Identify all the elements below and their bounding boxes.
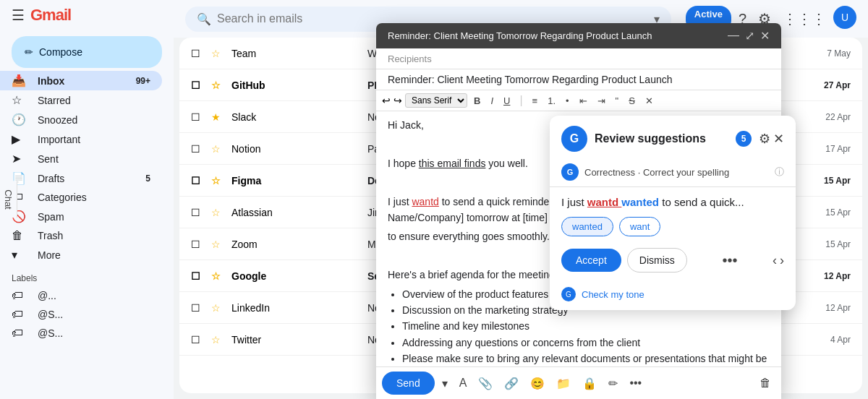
align-left-button[interactable]: ≡ [529, 94, 542, 108]
star-icon[interactable]: ☆ [211, 175, 226, 186]
apps-button[interactable]: ⋮⋮⋮ [778, 6, 830, 32]
sidebar-item-snoozed[interactable]: 🕐 Snoozed [0, 110, 162, 129]
spell-logo: G [561, 126, 587, 152]
sidebar-item-more[interactable]: ▾ More [0, 245, 162, 265]
more-actions-icon[interactable]: ••• [722, 252, 737, 269]
star-icon[interactable]: ☆ [211, 207, 226, 218]
confidential-button[interactable]: 🔒 [578, 374, 601, 393]
checkbox-icon[interactable]: ☐ [191, 302, 205, 314]
email-date: 15 Apr [807, 239, 851, 249]
more-options-button[interactable]: ••• [625, 374, 646, 392]
indent-more-button[interactable]: ⇥ [594, 94, 609, 108]
subject-field[interactable] [376, 69, 781, 90]
font-select[interactable]: Sans Serif [405, 93, 467, 108]
spell-option-wanted[interactable]: wanted [561, 217, 613, 236]
star-icon[interactable]: ☆ [211, 302, 226, 314]
trash-icon: 🗑 [12, 229, 29, 242]
inbox-badge: 99+ [136, 76, 150, 86]
spell-nav: ‹ › [773, 253, 784, 268]
recipients-label: Recipients [388, 53, 432, 64]
compose-button[interactable]: ✏ Compose [12, 36, 162, 68]
close-icon[interactable]: ✕ [760, 29, 770, 43]
checkbox-icon[interactable]: ☐ [191, 239, 205, 250]
checkbox-icon[interactable]: ☐ [191, 80, 205, 91]
more-send-options-button[interactable]: ▾ [438, 374, 452, 393]
checkbox-icon[interactable]: ☐ [191, 175, 205, 186]
spam-label: Spam [38, 211, 64, 223]
spell-next-button[interactable]: › [780, 253, 784, 268]
checkbox-icon[interactable]: ☐ [191, 48, 205, 59]
checkbox-icon[interactable]: ☐ [191, 143, 205, 155]
email-date: 7 May [807, 48, 851, 59]
star-icon[interactable]: ☆ [211, 80, 226, 91]
indent-less-button[interactable]: ⇤ [576, 94, 591, 108]
star-icon[interactable]: ★ [211, 111, 226, 123]
checkbox-icon[interactable]: ☐ [191, 334, 205, 346]
format-toolbar: ↩ ↪ Sans Serif B I U | ≡ 1. • ⇤ ⇥ " S ✕ [376, 90, 781, 111]
italic-button[interactable]: I [487, 94, 497, 108]
spell-option-want[interactable]: want [619, 217, 660, 236]
chat-tab[interactable]: Chat [0, 181, 17, 218]
sidebar-item-label1[interactable]: 🏷 @... [0, 286, 162, 305]
star-icon[interactable]: ☆ [211, 48, 226, 59]
strikethrough-button[interactable]: S [625, 94, 639, 108]
signature-button[interactable]: ✏ [604, 374, 622, 393]
star-icon[interactable]: ☆ [211, 239, 226, 250]
labels-title: Labels [0, 267, 174, 286]
accept-button[interactable]: Accept [561, 249, 621, 272]
sidebar-item-starred[interactable]: ☆ Starred [0, 90, 162, 110]
sidebar-item-label2[interactable]: 🏷 @S... [0, 305, 162, 324]
sidebar-item-spam[interactable]: 🚫 Spam [0, 207, 162, 226]
sidebar-item-sent[interactable]: ➤ Sent [0, 149, 162, 168]
clear-format-button[interactable]: ✕ [642, 94, 657, 108]
minimize-icon[interactable]: — [728, 29, 739, 43]
checkbox-icon[interactable]: ☐ [191, 270, 205, 282]
sidebar-item-label3[interactable]: 🏷 @S... [0, 324, 162, 343]
star-icon[interactable]: ☆ [211, 270, 226, 282]
recipients-field[interactable]: Recipients [376, 48, 781, 69]
sidebar-item-trash[interactable]: 🗑 Trash [0, 226, 162, 245]
redo-icon[interactable]: ↪ [393, 95, 402, 106]
spell-action-buttons: Accept Dismiss ••• ‹ › [550, 242, 796, 281]
email-date: 15 Apr [807, 207, 851, 218]
formatting-button[interactable]: A [455, 374, 472, 392]
checkbox-icon[interactable]: ☐ [191, 111, 205, 123]
spell-prev-button[interactable]: ‹ [773, 253, 777, 268]
info-icon[interactable]: ⓘ [775, 166, 784, 179]
sidebar-item-inbox[interactable]: 📥 Inbox 99+ [0, 71, 162, 90]
expand-icon[interactable]: ⤢ [745, 29, 754, 43]
ordered-list-button[interactable]: 1. [544, 94, 559, 108]
label1-icon: 🏷 [12, 289, 29, 302]
sidebar-item-categories[interactable]: 🏷 Categories [0, 188, 162, 207]
drafts-badge: 5 [145, 173, 150, 184]
avatar[interactable]: U [833, 6, 856, 29]
undo-icon[interactable]: ↩ [382, 95, 391, 106]
sidebar-item-important[interactable]: ▶ Important [0, 129, 162, 149]
quote-button[interactable]: " [612, 94, 623, 108]
unordered-list-button[interactable]: • [562, 94, 573, 108]
spell-close-button[interactable]: ✕ [773, 131, 784, 147]
important-label: Important [38, 134, 80, 145]
discard-button[interactable]: 🗑 [755, 374, 775, 392]
sidebar-item-drafts[interactable]: 📄 Drafts 5 [0, 168, 162, 188]
list-item: Please make sure to bring any relevant d… [402, 351, 770, 366]
star-icon[interactable]: ☆ [211, 143, 226, 155]
attach-button[interactable]: 📎 [474, 374, 497, 393]
send-button[interactable]: Send [382, 372, 435, 395]
drive-button[interactable]: 📁 [552, 374, 575, 393]
bold-button[interactable]: B [470, 94, 484, 108]
spell-settings-icon[interactable]: ⚙ [759, 131, 770, 147]
checkbox-icon[interactable]: ☐ [191, 207, 205, 218]
underline-button[interactable]: U [500, 94, 514, 108]
subject-input[interactable] [388, 74, 770, 85]
email-date: 15 Apr [807, 176, 851, 186]
link-button[interactable]: 🔗 [500, 374, 523, 393]
tone-logo: G [561, 287, 576, 301]
check-tone-row[interactable]: G Check my tone [550, 281, 796, 310]
star-icon[interactable]: ☆ [211, 334, 226, 346]
dismiss-button[interactable]: Dismiss [627, 248, 687, 273]
hamburger-icon[interactable]: ☰ [12, 7, 25, 24]
suggestion-correction: wanted [621, 196, 659, 208]
emoji-button[interactable]: 😊 [526, 374, 549, 393]
trash-label: Trash [38, 230, 63, 241]
